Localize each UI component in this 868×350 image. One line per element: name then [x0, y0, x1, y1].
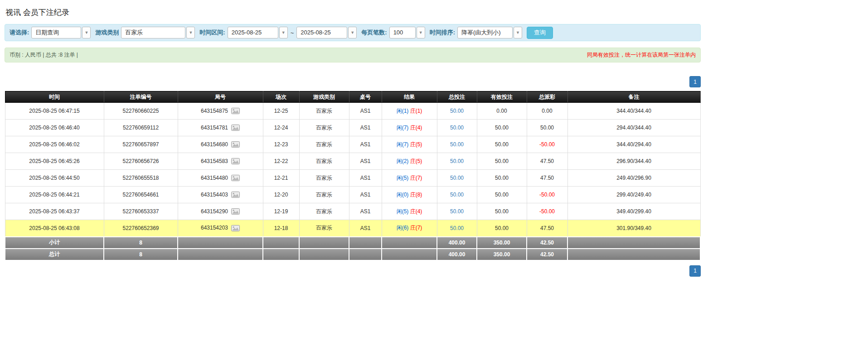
info-bar: 币别 : 人民币 | 总共 :8 注单 | 同局有效投注，统一计算在该局第一张注…	[5, 48, 701, 62]
time-cell: 2025-08-25 06:46:40	[5, 120, 104, 136]
pagination-bottom: 1	[5, 265, 701, 277]
game-type-cell: 百家乐	[299, 170, 349, 187]
total-bet-link[interactable]: 50.00	[450, 125, 464, 131]
page-button[interactable]: 1	[689, 265, 701, 277]
payout-cell: 47.50	[527, 153, 567, 170]
bet-records-table: 时间注单编号局号场次游戏类别桌号结果总投注有效投注总派彩备注 2025-08-2…	[5, 91, 701, 261]
table-row: 2025-08-25 06:46:02522760657897643154680…	[5, 136, 700, 153]
page-size-combo: 100 ▼	[389, 27, 425, 38]
total-row: 总计8400.00350.0042.50	[5, 249, 700, 260]
footer-cell	[349, 249, 382, 260]
session-cell: 12-19	[263, 203, 299, 220]
result-banker: 庄(7)	[410, 175, 422, 181]
round-detail-icon[interactable]	[231, 225, 240, 231]
result-cell: 闲(1) 庄(1)	[382, 103, 437, 120]
payout-cell: 47.50	[527, 170, 567, 187]
date-from-value[interactable]: 2025-08-25	[228, 27, 278, 38]
note-cell: 344.40/294.40	[567, 136, 700, 153]
page-size-value[interactable]: 100	[389, 27, 416, 38]
result-banker: 庄(4)	[410, 208, 422, 215]
result-banker: 庄(4)	[410, 125, 422, 131]
total-bet-cell: 50.00	[437, 220, 477, 237]
note-cell: 344.40/344.40	[567, 103, 700, 120]
subtotal-row: 小计8400.00350.0042.50	[5, 237, 700, 249]
table-no-cell: AS1	[349, 103, 382, 120]
total-bet-link[interactable]: 50.00	[450, 141, 464, 148]
round-detail-icon[interactable]	[231, 108, 240, 114]
bet-id-cell: 522760653337	[104, 203, 178, 220]
round-detail-icon[interactable]	[231, 125, 240, 131]
bet-id-cell: 522760655518	[104, 170, 178, 187]
search-button[interactable]: 查询	[527, 27, 553, 39]
column-header: 局号	[178, 91, 263, 103]
total-bet-link[interactable]: 50.00	[450, 208, 464, 215]
table-no-cell: AS1	[349, 153, 382, 170]
page-button[interactable]: 1	[689, 76, 701, 87]
result-player: 闲(6)	[397, 225, 409, 231]
session-cell: 12-22	[263, 153, 299, 170]
footer-cell	[349, 237, 382, 249]
game-type-cell: 百家乐	[299, 187, 349, 203]
payout-cell: -50.00	[527, 187, 567, 203]
chevron-down-icon[interactable]: ▼	[514, 27, 522, 38]
footer-cell	[178, 249, 263, 260]
column-header: 结果	[382, 91, 437, 103]
footer-cell	[299, 237, 349, 249]
date-to-value[interactable]: 2025-08-25	[296, 27, 347, 38]
footer-cell: 小计	[5, 237, 104, 249]
table-footer: 小计8400.00350.0042.50总计8400.00350.0042.50	[5, 237, 700, 260]
valid-bet-cell: 50.00	[477, 170, 527, 187]
time-cell: 2025-08-25 06:46:02	[5, 136, 104, 153]
total-bet-link[interactable]: 50.00	[450, 158, 464, 164]
footer-cell	[382, 237, 437, 249]
round-detail-icon[interactable]	[231, 208, 240, 215]
table-no-cell: AS1	[349, 203, 382, 220]
result-cell: 闲(7) 庄(4)	[382, 120, 437, 136]
bet-id-cell: 522760652369	[104, 220, 178, 237]
game-type-cell: 百家乐	[299, 203, 349, 220]
chevron-down-icon[interactable]: ▼	[417, 27, 425, 38]
round-number: 643154203	[201, 225, 228, 231]
chevron-down-icon[interactable]: ▼	[186, 27, 195, 38]
sort-order-value[interactable]: 降幂(由大到小)	[457, 27, 513, 38]
chevron-down-icon[interactable]: ▼	[279, 27, 288, 38]
valid-bet-cell: 50.00	[477, 203, 527, 220]
round-cell: 643154583	[178, 153, 263, 170]
footer-cell	[567, 237, 700, 249]
column-header: 总投注	[437, 91, 477, 103]
round-detail-icon[interactable]	[231, 141, 240, 148]
table-row: 2025-08-25 06:43:37522760653337643154290…	[5, 203, 700, 220]
table-no-cell: AS1	[349, 187, 382, 203]
chevron-down-icon[interactable]: ▼	[348, 27, 357, 38]
session-cell: 12-25	[263, 103, 299, 120]
total-bet-link[interactable]: 50.00	[450, 192, 464, 198]
result-cell: 闲(0) 庄(8)	[382, 187, 437, 203]
valid-bet-cell: 0.00	[477, 103, 527, 120]
valid-bet-cell: 50.00	[477, 220, 527, 237]
game-type-value[interactable]: 百家乐	[121, 27, 185, 38]
total-bet-link[interactable]: 50.00	[450, 175, 464, 181]
query-type-value[interactable]: 日期查询	[31, 27, 81, 38]
total-bet-link[interactable]: 50.00	[450, 108, 464, 114]
notice-text: 同局有效投注，统一计算在该局第一张注单内	[587, 51, 696, 59]
total-bet-cell: 50.00	[437, 103, 477, 120]
result-player: 闲(5)	[397, 208, 409, 215]
page-size-label: 每页笔数:	[361, 29, 387, 37]
result-banker: 庄(7)	[410, 225, 422, 231]
round-detail-icon[interactable]	[231, 175, 240, 181]
bet-id-cell: 522760654661	[104, 187, 178, 203]
total-bet-link[interactable]: 50.00	[450, 225, 464, 231]
result-cell: 闲(7) 庄(5)	[382, 136, 437, 153]
round-detail-icon[interactable]	[231, 192, 240, 198]
session-cell: 12-24	[263, 120, 299, 136]
game-type-cell: 百家乐	[299, 120, 349, 136]
result-player: 闲(2)	[397, 158, 409, 164]
chevron-down-icon[interactable]: ▼	[82, 27, 91, 38]
footer-cell	[263, 249, 299, 260]
footer-cell	[178, 237, 263, 249]
footer-cell	[382, 249, 437, 260]
page: 视讯 会员下注纪录 请选择: 日期查询 ▼ 游戏类别 百家乐 ▼ 时间区间: 2…	[0, 0, 705, 293]
payout-cell: -50.00	[527, 136, 567, 153]
round-detail-icon[interactable]	[231, 158, 240, 164]
sort-order-label: 时间排序:	[430, 29, 455, 37]
